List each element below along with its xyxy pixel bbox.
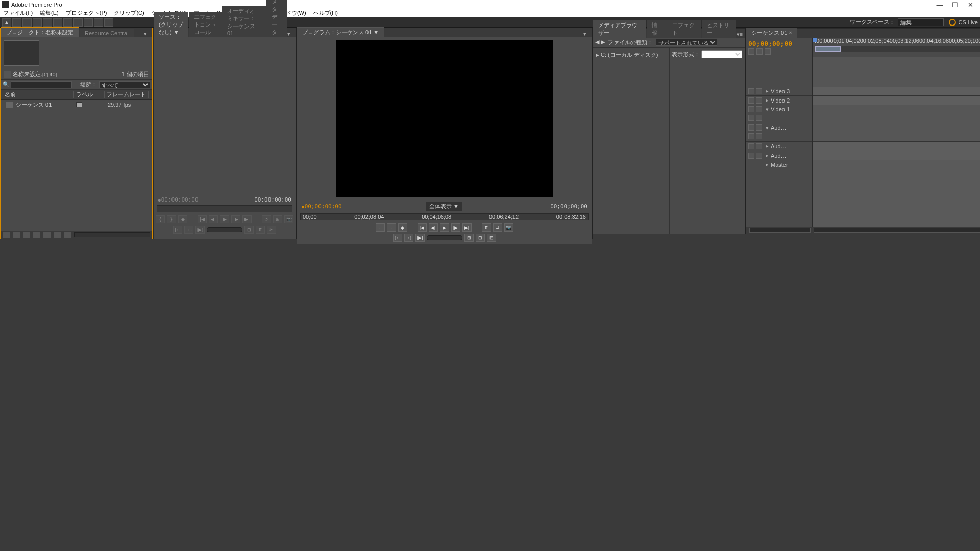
slip-tool-icon[interactable] — [63, 18, 72, 27]
overwrite-button[interactable]: →} — [184, 226, 193, 234]
tab-project[interactable]: プロジェクト：名称未設定 — [1, 27, 79, 37]
automate-icon[interactable] — [23, 232, 30, 238]
source-ruler[interactable] — [157, 205, 292, 212]
new-item-icon[interactable] — [54, 232, 61, 238]
lock-icon[interactable] — [756, 106, 762, 112]
program-ruler[interactable]: 00;00 00;02;08;04 00;04;16;08 00;06;24;1… — [300, 213, 589, 220]
play-inout-button[interactable]: {▶} — [195, 226, 205, 234]
menu-clip[interactable]: クリップ(C) — [114, 9, 144, 17]
new-bin-icon[interactable] — [43, 232, 51, 238]
playhead[interactable] — [815, 38, 815, 242]
place-select[interactable]: すべて — [99, 81, 150, 88]
tab-program[interactable]: プログラム：シーケンス 01 ▼ — [297, 27, 384, 37]
track-row-master[interactable] — [813, 160, 980, 169]
mark-in-button[interactable]: { — [376, 223, 385, 232]
goto-in-button[interactable]: |◀ — [198, 215, 207, 223]
step-fwd-button[interactable]: |▶ — [231, 215, 240, 223]
track-content-area[interactable] — [813, 57, 980, 227]
filetype-select[interactable]: サポートされているすべてのフ… — [656, 39, 717, 46]
eye-icon[interactable] — [748, 97, 754, 104]
track-row-a3[interactable] — [813, 151, 980, 160]
speaker-icon[interactable] — [748, 124, 754, 131]
mark-out-button[interactable]: } — [387, 223, 396, 232]
speaker-icon[interactable] — [748, 143, 754, 149]
marker-button[interactable]: ◆ — [398, 223, 407, 232]
step-back-button[interactable]: ◀| — [209, 215, 218, 223]
project-item-row[interactable]: シーケンス 01 29.97 fps — [1, 100, 152, 109]
tab-info[interactable]: 情報 — [647, 20, 667, 38]
step-fwd-button[interactable]: |▶ — [451, 223, 460, 232]
opacity-icon[interactable] — [756, 115, 762, 121]
panel-menu-icon[interactable]: ▾≡ — [144, 31, 150, 37]
tab-media-browser[interactable]: メディアブラウザー — [593, 20, 646, 38]
shuttle-slider[interactable] — [427, 235, 462, 240]
goto-out-button[interactable]: ▶| — [462, 223, 472, 232]
project-search-input[interactable] — [11, 81, 72, 88]
timeline-workarea[interactable] — [815, 46, 980, 52]
tab-timeline-sequence[interactable]: シーケンス 01 × — [746, 28, 797, 38]
track-audio2[interactable]: ▸Aud… — [746, 142, 812, 151]
col-framerate[interactable]: フレームレート — [105, 91, 149, 98]
track-video3[interactable]: ▸Video 3 — [746, 87, 812, 96]
track-row-a1[interactable] — [813, 123, 980, 142]
insert-button[interactable]: {← — [173, 226, 182, 234]
mark-out-button[interactable]: } — [167, 215, 176, 223]
snap-icon[interactable] — [748, 48, 754, 55]
settings-icon[interactable] — [765, 48, 771, 55]
step-back-button[interactable]: ◀| — [429, 223, 438, 232]
play-inout-button[interactable]: {▶} — [415, 234, 425, 242]
minimize-button[interactable]: — — [932, 1, 947, 9]
tab-resource-central[interactable]: Resource Central — [80, 29, 134, 37]
menu-edit[interactable]: 編集(E) — [40, 9, 59, 17]
tab-effect-controls[interactable]: エフェクトコントロール — [189, 12, 222, 37]
track-row-v3[interactable] — [813, 87, 980, 96]
volume-icon[interactable] — [756, 133, 762, 139]
cs-live-button[interactable]: CS Live — [949, 19, 978, 26]
drive-item[interactable]: ▸ C: (ローカル ディスク) — [595, 50, 667, 60]
lock-icon[interactable] — [756, 153, 762, 159]
rate-stretch-tool-icon[interactable] — [43, 18, 52, 27]
rolling-edit-tool-icon[interactable] — [33, 18, 42, 27]
eye-icon[interactable] — [748, 88, 754, 94]
timeline-timecode[interactable]: 00;00;00;00 — [748, 40, 810, 47]
tab-effects[interactable]: エフェクト — [667, 20, 701, 38]
goto-next-button[interactable]: →} — [404, 234, 413, 242]
list-view-icon[interactable] — [3, 232, 10, 238]
workarea-handle[interactable] — [815, 46, 841, 52]
goto-prev-button[interactable]: {← — [393, 234, 402, 242]
track-video1[interactable]: ▾Video 1 — [746, 105, 812, 123]
lock-icon[interactable] — [756, 97, 762, 104]
selection-tool-icon[interactable]: ▲ — [2, 18, 11, 27]
timeline-hscroll[interactable] — [814, 228, 980, 233]
track-master[interactable]: ▸Master — [746, 160, 812, 169]
timeline-zoom-slider[interactable] — [749, 228, 811, 233]
slide-tool-icon[interactable] — [74, 18, 83, 27]
search-icon[interactable]: 🔍 — [3, 81, 10, 88]
source-tc-in[interactable]: 00;00;00;00 — [161, 196, 199, 203]
track-audio1[interactable]: ▾Aud… — [746, 123, 812, 142]
lock-icon[interactable] — [756, 88, 762, 94]
export-frame-button[interactable]: 📷 — [504, 223, 513, 232]
menu-file[interactable]: ファイル(F) — [3, 9, 33, 17]
timeline-ruler[interactable]: :00;00 00;01;04;02 00;02;08;04 00;03;12;… — [813, 38, 980, 57]
safe-margins-button[interactable]: ⊞ — [273, 215, 282, 223]
icon-view-icon[interactable] — [13, 232, 20, 238]
trim-button[interactable]: ⊞ — [464, 234, 474, 242]
goto-in-button[interactable]: |◀ — [418, 223, 427, 232]
maximize-button[interactable]: ☐ — [947, 1, 963, 9]
razor-tool-icon[interactable] — [53, 18, 62, 27]
tab-metadata[interactable]: メタデータ — [266, 0, 287, 37]
marker-button[interactable]: ◆ — [178, 215, 187, 223]
tab-audio-mixer[interactable]: オーディオミキサー：シーケンス 01 — [222, 6, 266, 37]
loop-button[interactable]: ↺ — [262, 215, 271, 223]
lift-button[interactable]: ⇈ — [256, 226, 265, 234]
track-row-a2[interactable] — [813, 142, 980, 151]
extract-button[interactable]: ⇊ — [493, 223, 502, 232]
close-button[interactable]: ✕ — [963, 1, 978, 9]
speaker-icon[interactable] — [748, 153, 754, 159]
workspace-select[interactable]: 編集 — [898, 18, 944, 26]
panel-menu-icon[interactable]: ▾≡ — [287, 31, 293, 37]
hand-tool-icon[interactable] — [94, 18, 103, 27]
col-label[interactable]: ラベル — [74, 91, 105, 98]
lock-icon[interactable] — [756, 124, 762, 131]
